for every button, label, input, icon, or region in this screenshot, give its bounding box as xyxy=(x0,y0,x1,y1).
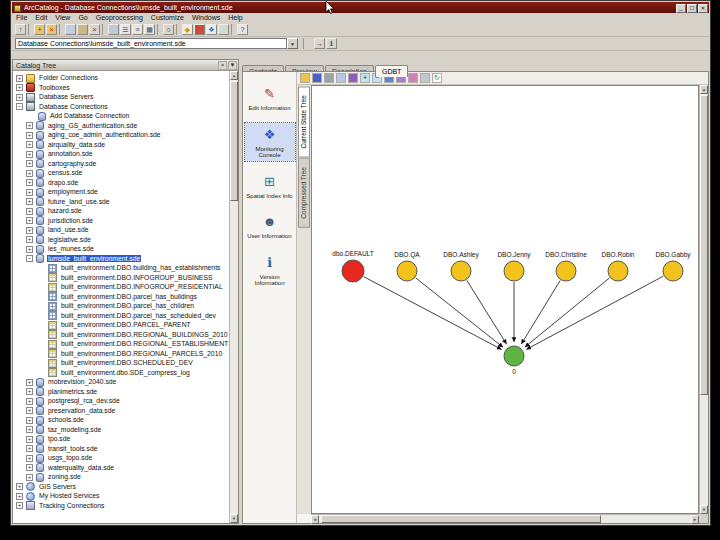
menu-geoprocessing[interactable]: Geoprocessing xyxy=(92,13,147,22)
maximize-button[interactable]: □ xyxy=(687,4,697,13)
expander-collapsed-icon[interactable]: + xyxy=(26,160,33,167)
vtab-compressed-tree[interactable]: Compressed Tree xyxy=(298,158,310,228)
expander-collapsed-icon[interactable]: + xyxy=(16,493,23,500)
tree-item[interactable]: built_environment.DBO.parcel_has_schedul… xyxy=(13,311,229,321)
tree-item[interactable]: +waterquality_data.sde xyxy=(13,463,229,473)
zoom-in-icon[interactable]: + xyxy=(360,73,370,83)
menu-go[interactable]: Go xyxy=(74,13,91,22)
menu-edit[interactable]: Edit xyxy=(31,13,51,22)
expander-collapsed-icon[interactable]: + xyxy=(26,426,33,433)
scroll-down-icon[interactable]: ▼ xyxy=(230,514,238,523)
scroll-up-icon[interactable]: ▲ xyxy=(700,85,708,94)
tree-item[interactable]: +legislative.sde xyxy=(13,235,229,245)
expander-collapsed-icon[interactable]: + xyxy=(16,483,23,490)
tree-item[interactable]: built_environment.DBO.REGIONAL_BUILDINGS… xyxy=(13,330,229,340)
close-icon[interactable]: × xyxy=(218,61,227,70)
open-icon[interactable] xyxy=(300,73,310,83)
connect-folder-icon[interactable]: + xyxy=(34,24,45,35)
user-information-tool[interactable]: ☻User Information xyxy=(245,210,295,242)
monitoring-console-tool[interactable]: ❖Monitoring Console xyxy=(245,123,295,161)
spatial-index-info-tool[interactable]: ⊞Spatial Index Info xyxy=(245,170,295,202)
expander-collapsed-icon[interactable]: + xyxy=(16,75,23,82)
expander-collapsed-icon[interactable]: + xyxy=(26,398,33,405)
expander-collapsed-icon[interactable]: + xyxy=(26,132,33,139)
go-icon[interactable]: → xyxy=(314,38,325,49)
expander-collapsed-icon[interactable]: + xyxy=(26,436,33,443)
tree-item[interactable]: +drapo.sde xyxy=(13,178,229,188)
expander-collapsed-icon[interactable]: + xyxy=(26,246,33,253)
scroll-up-icon[interactable]: ▲ xyxy=(230,71,238,80)
list-view-icon[interactable]: ☰ xyxy=(120,24,131,35)
tree-item[interactable]: +transit_tools.sde xyxy=(13,444,229,454)
version-information-tool[interactable]: ℹVersion Information xyxy=(245,251,295,289)
pin-icon[interactable]: ▼ xyxy=(228,61,237,70)
options-icon[interactable]: ℹ xyxy=(326,38,337,49)
tree-item[interactable]: +Tracking Connections xyxy=(13,501,229,511)
tree-item[interactable]: built_environment.DBO.REGIONAL_PARCELS_2… xyxy=(13,349,229,359)
expander-collapsed-icon[interactable]: + xyxy=(26,379,33,386)
expander-expanded-icon[interactable]: − xyxy=(16,103,23,110)
tree-item[interactable]: built_environment.DBO.building_has_estab… xyxy=(13,263,229,273)
paste-icon[interactable] xyxy=(77,24,88,35)
refresh-icon[interactable]: ↻ xyxy=(432,73,442,83)
expander-collapsed-icon[interactable]: + xyxy=(26,208,33,215)
python-icon[interactable] xyxy=(218,24,229,35)
menu-help[interactable]: Help xyxy=(224,13,246,22)
menu-customize[interactable]: Customize xyxy=(147,13,188,22)
tree-item[interactable]: +GIS Servers xyxy=(13,482,229,492)
tab-gdbt[interactable]: GDBT xyxy=(375,65,408,77)
expander-collapsed-icon[interactable]: + xyxy=(26,445,33,452)
minimize-button[interactable]: _ xyxy=(676,4,686,13)
expander-collapsed-icon[interactable]: + xyxy=(26,122,33,129)
catalog-tree-scrollbar[interactable]: ▲ ▼ xyxy=(229,71,238,523)
expander-collapsed-icon[interactable]: + xyxy=(26,217,33,224)
version-tree-canvas[interactable]: dbo.DEFAULTDBO.QADBO.AshleyDBO.JennyDBO.… xyxy=(311,85,699,514)
tree-item[interactable]: +mobrevision_2040.sde xyxy=(13,377,229,387)
expander-collapsed-icon[interactable]: + xyxy=(16,84,23,91)
tree-item[interactable]: +zoning.sde xyxy=(13,472,229,482)
tree-item[interactable]: +annotation.sde xyxy=(13,149,229,159)
canvas-horizontal-scrollbar[interactable]: ◄ ► xyxy=(311,514,699,523)
large-icons-icon[interactable] xyxy=(108,24,119,35)
modelbuilder-icon[interactable]: ❖ xyxy=(206,24,217,35)
print-icon[interactable] xyxy=(324,73,334,83)
expander-collapsed-icon[interactable]: + xyxy=(26,151,33,158)
details-view-icon[interactable]: ≡ xyxy=(132,24,143,35)
tree-item[interactable]: built_environment.dbo.SDE_compress_log xyxy=(13,368,229,378)
tree-item[interactable]: +Database Servers xyxy=(13,92,229,102)
tree-item[interactable]: +tpo.sde xyxy=(13,434,229,444)
tree-item[interactable]: +aging_GS_authentication.sde xyxy=(13,121,229,131)
scroll-thumb[interactable] xyxy=(321,515,601,523)
scroll-left-icon[interactable]: ◄ xyxy=(311,515,319,524)
tree-item[interactable]: built_environment.DBO.parcel_has_childre… xyxy=(13,301,229,311)
up-one-level-icon[interactable]: ↑ xyxy=(15,24,26,35)
tree-item[interactable]: +jurisdiction.sde xyxy=(13,216,229,226)
expander-collapsed-icon[interactable]: + xyxy=(16,502,23,509)
tree-item[interactable]: +employment.sde xyxy=(13,187,229,197)
expander-collapsed-icon[interactable]: + xyxy=(26,141,33,148)
tree-item[interactable]: +les_munes.sde xyxy=(13,244,229,254)
tree-item[interactable]: +airquality_data.sde xyxy=(13,140,229,150)
tree-item[interactable]: built_environment.DBO.REGIONAL_ESTABLISH… xyxy=(13,339,229,349)
tree-item[interactable]: +Folder Connections xyxy=(13,73,229,83)
tree-item[interactable]: built_environment.DBO.INFOGROUP_BUSINESS xyxy=(13,273,229,283)
vtab-current-state-tree[interactable]: Current State Tree xyxy=(298,86,310,157)
tree-item[interactable]: +future_land_use.sde xyxy=(13,197,229,207)
tree-item[interactable]: +My Hosted Services xyxy=(13,491,229,501)
tree-item[interactable]: +postgresql_rca_dev.sde xyxy=(13,396,229,406)
menu-file[interactable]: File xyxy=(12,13,31,22)
scroll-thumb[interactable] xyxy=(230,81,238,201)
arcmap-icon[interactable]: ◆ xyxy=(182,24,193,35)
edit-information-tool[interactable]: ✎Edit Information xyxy=(245,82,295,114)
disconnect-folder-icon[interactable]: × xyxy=(46,24,57,35)
expander-expanded-icon[interactable]: − xyxy=(26,255,33,262)
expander-collapsed-icon[interactable]: + xyxy=(26,455,33,462)
copy-icon[interactable] xyxy=(336,73,346,83)
expander-collapsed-icon[interactable]: + xyxy=(26,170,33,177)
expander-collapsed-icon[interactable]: + xyxy=(26,189,33,196)
tree-item[interactable]: Add Database Connection xyxy=(13,111,229,121)
close-button[interactable]: × xyxy=(698,4,708,13)
tree-item[interactable]: +aging_coe_admin_authentication.sde xyxy=(13,130,229,140)
tree-item[interactable]: built_environment.DBO.SCHEDULED_DEV xyxy=(13,358,229,368)
tree-item[interactable]: +hazard.sde xyxy=(13,206,229,216)
